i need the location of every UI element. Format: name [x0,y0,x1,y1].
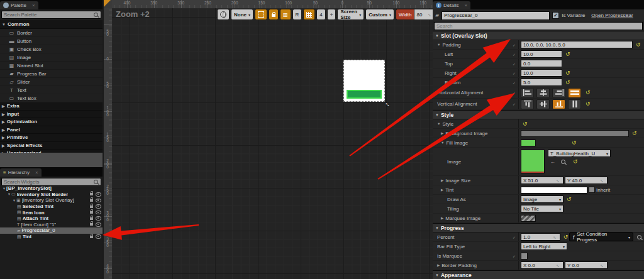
valign-bottom-button[interactable] [552,99,565,109]
halign-right-button[interactable] [552,88,565,98]
is-variable-checkbox[interactable]: ✓ [552,12,559,19]
valign-top-button[interactable] [521,99,534,109]
chevron-right-icon[interactable]: ▶ [441,216,443,220]
palette-category-input[interactable]: ▶Input [0,111,103,119]
chevron-right-icon[interactable]: ▶ [441,178,443,182]
lock-icon[interactable] [90,193,93,195]
padding-input[interactable]: 10.0, 0.0, 10.0, 5.0 [521,41,633,48]
chevron-down-icon[interactable]: ▼ [7,192,11,196]
close-icon[interactable] [35,170,38,175]
tint-color-swatch[interactable] [521,187,587,194]
chevron-right-icon[interactable]: ▶ [437,263,440,267]
lock-icon[interactable] [90,211,93,214]
hierarchy-row-bp-inventoryslot[interactable]: ▼[BP_InventorySlot] [0,185,103,192]
draw-as-dropdown[interactable]: Image ▾ [521,195,564,203]
halign-fill-button[interactable] [568,88,581,98]
palette-item-named-slot[interactable]: ▦Named Slot [0,62,103,70]
is-marquee-checkbox[interactable] [521,253,528,260]
palette-category-common[interactable]: ▼ Common [0,20,103,29]
respect-locks-button[interactable]: ▥ [280,9,291,20]
reset-icon[interactable]: ↺ [632,131,637,136]
section-slot[interactable]: ▼ Slot (Overlay Slot) [433,31,644,40]
chevron-right-icon[interactable]: ▶ [441,188,443,192]
reset-icon[interactable]: ↺ [523,121,528,127]
padding-top-input[interactable]: 0.0 [521,60,562,67]
image-thumbnail[interactable] [521,150,545,173]
grid-snap-size-button[interactable]: 4 [316,9,325,20]
reset-icon[interactable]: ↺ [586,101,591,107]
spinner-icon[interactable]: ↔ [552,234,558,241]
padding-right-input[interactable]: 10.0 [521,69,562,77]
lock-icon[interactable] [90,199,93,202]
percent-input[interactable]: 1.0 ↔ [521,233,560,241]
chevron-down-icon[interactable]: ▼ [12,199,16,202]
screen-size-dropdown[interactable]: Screen Size ▾ [337,9,364,20]
eye-icon[interactable] [96,204,101,209]
marquee-image-swatch[interactable] [521,215,536,222]
eye-icon[interactable] [96,216,101,221]
palette-item-progress-bar[interactable]: ▰Progress Bar [0,70,103,78]
chevron-down-icon[interactable]: ▼ [441,141,444,145]
reset-icon[interactable]: ↺ [565,70,570,76]
fill-image-swatch[interactable] [521,140,536,146]
padding-left-input[interactable]: 10.0 [521,50,562,58]
background-image-swatch[interactable] [521,130,629,137]
lock-icon[interactable] [90,205,93,208]
close-icon[interactable] [464,3,467,8]
details-search-input[interactable] [435,23,642,29]
percent-binding-dropdown[interactable]: ƒ Set Condition Progress ▾ [569,232,633,241]
reset-icon[interactable]: ↺ [567,197,572,202]
border-padding-x-input[interactable]: X 0.0 ↔ [521,261,564,269]
hierarchy-row-item-icon[interactable]: ▤Item Icon [0,209,103,216]
chevron-down-icon[interactable]: ▼ [437,43,440,46]
image-asset-dropdown[interactable]: T_BuildingHealth_U ▾ [548,150,611,157]
reset-icon[interactable]: ↺ [573,159,578,165]
hierarchy-row-progressbar-0[interactable]: ▰ProgressBar_0 [0,227,103,234]
eye-icon[interactable] [96,222,101,227]
eye-icon[interactable] [96,199,101,203]
valign-fill-button[interactable] [568,99,581,109]
zoom-to-fit-button[interactable]: + [327,9,336,20]
border-padding-y-input[interactable]: Y 0.0 ↔ [565,261,608,269]
chevron-down-icon[interactable]: ▼ [437,122,440,126]
hierarchy-row-selected-tint[interactable]: ▤Selected Tint [0,204,103,210]
reset-icon[interactable]: ↺ [586,90,591,96]
hierarchy-row-tint[interactable]: ▤Tint [0,234,103,240]
palette-category-panel[interactable]: ▶Panel [0,126,103,134]
palette-item-image[interactable]: ▤Image [0,53,103,62]
inherit-checkbox[interactable] [589,187,595,193]
bar-fill-type-dropdown[interactable]: Left to Right ▾ [521,243,567,250]
hierarchy-row-item-count-1[interactable]: T[Item Count] "1" [0,222,103,228]
palette-item-border[interactable]: ▭Border [0,29,103,37]
chevron-right-icon[interactable]: ▶ [441,131,443,135]
image-size-y-input[interactable]: Y 45.0 ↔ [565,177,608,184]
tab-palette[interactable]: Palette [0,1,38,9]
r-toggle-button[interactable]: R [292,9,303,20]
tiling-dropdown[interactable]: No Tile ▾ [521,205,564,212]
spinner-icon[interactable]: ↔ [599,262,606,269]
padding-bottom-input[interactable]: 5.0 [521,79,562,86]
close-icon[interactable] [32,3,35,8]
palette-item-slider[interactable]: ▱Slider [0,78,103,86]
valign-center-button[interactable] [536,99,550,109]
browse-to-asset-icon[interactable] [561,160,565,164]
inventory-slot-widget-preview[interactable] [343,60,385,102]
palette-category-special-effects[interactable]: ▶Special Effects [0,142,103,150]
palette-category-optimization[interactable]: ▶Optimization [0,118,103,126]
localization-preview-button[interactable] [217,9,230,20]
find-binding-icon[interactable] [637,235,641,239]
image-size-x-input[interactable]: X 51.0 ↔ [521,177,564,184]
lock-icon[interactable] [90,236,93,238]
palette-category-extra[interactable]: ▶Extra [0,102,103,111]
spinner-icon[interactable]: ↔ [599,177,606,184]
hierarchy-row-inventory-slot-border[interactable]: ▼▭Inventory Slot Border [0,192,103,198]
use-selected-asset-icon[interactable]: ← [550,159,555,165]
tab-hierarchy[interactable]: ≡ Hierarchy [0,168,42,177]
reset-icon[interactable]: ↺ [565,52,570,57]
lock-icon[interactable] [90,217,93,220]
flow-direction-dropdown[interactable]: None ▾ [231,9,253,20]
grid-snap-button[interactable] [303,9,315,20]
palette-item-text-box[interactable]: ▭Text Box [0,94,103,102]
progress-bar-preview[interactable] [347,90,382,99]
lock-widgets-button[interactable] [269,9,279,20]
